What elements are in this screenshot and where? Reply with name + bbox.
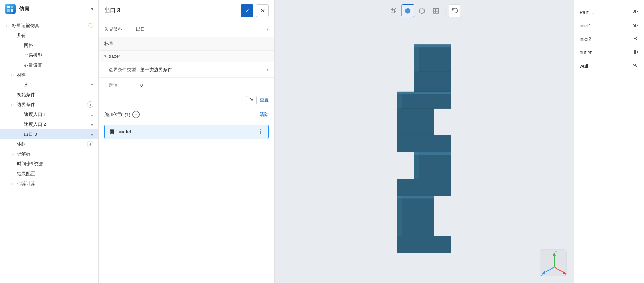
sidebar-item-timestep[interactable]: 时间步&资源	[0, 159, 98, 169]
visibility-icon-inlet1[interactable]: 👁	[633, 23, 638, 29]
right-item-inlet2: inlet2 👁	[574, 32, 644, 46]
sidebar-item-label: 标量设置	[24, 62, 93, 68]
expander-icon[interactable]: □	[10, 181, 16, 186]
location-item[interactable]: 面：outlet 🗑	[104, 125, 269, 139]
view-wire-button[interactable]	[416, 4, 428, 17]
location-section-header: 施加位置 (1) ＋ 清除	[99, 107, 274, 122]
boundary-type-label: 边界类型	[104, 26, 136, 32]
fx-button[interactable]: fx	[246, 96, 257, 104]
svg-rect-20	[397, 179, 451, 196]
sidebar-item-label: 材料	[17, 72, 93, 78]
expander-icon[interactable]: □	[10, 102, 16, 107]
expander-icon	[10, 141, 16, 147]
tracer-subsection-header[interactable]: ▾ tracer	[99, 51, 274, 62]
svg-rect-1	[11, 6, 13, 8]
sidebar-item-geometry[interactable]: ＋ 几何	[0, 31, 98, 41]
svg-rect-23	[414, 44, 419, 71]
svg-rect-14	[414, 44, 451, 71]
sidebar-collapse-arrow[interactable]: ▾	[91, 6, 93, 12]
sidebar-item-mesh[interactable]: 网格	[0, 41, 98, 50]
sidebar-item-scalar-settings[interactable]: 标量设置	[0, 60, 98, 70]
menu-icon[interactable]: ≡	[91, 82, 93, 88]
expander-icon	[10, 161, 16, 167]
svg-rect-11	[436, 9, 438, 11]
add-body-icon[interactable]: ＋	[87, 141, 93, 147]
sidebar-item-label: 速度入口 2	[24, 121, 89, 128]
panel-title: 出口 3	[104, 7, 120, 14]
sidebar-item-scalar-sim[interactable]: □ 标量运输仿真 ⓘ	[0, 21, 98, 31]
cancel-button[interactable]: ✕	[256, 4, 269, 17]
menu-icon[interactable]: ≡	[91, 122, 93, 127]
sidebar-item-body-group[interactable]: 体组 ＋	[0, 139, 98, 149]
sidebar-item-post-calc[interactable]: □ 估算计算	[0, 179, 98, 189]
panel-body: 边界类型 出口 ▾ 标量 ▾ tracer 边界条件类型	[99, 21, 274, 139]
menu-icon[interactable]: ≡	[91, 112, 93, 117]
svg-rect-10	[433, 9, 435, 11]
right-item-inlet1: inlet1 👁	[574, 19, 644, 32]
expander-icon[interactable]: ＋	[10, 171, 16, 177]
boundary-type-dropdown-arrow[interactable]: ▾	[267, 27, 269, 32]
boundary-type-value: 出口	[136, 26, 267, 32]
right-item-label: wall	[580, 63, 588, 69]
viewport: Y X Z	[275, 0, 574, 283]
expander-icon	[17, 122, 23, 127]
fixed-value-row: 定值 0	[99, 78, 274, 93]
view-cube-button[interactable]	[388, 4, 400, 17]
sidebar-item-global-model[interactable]: 全局模型	[0, 50, 98, 60]
sidebar-item-result-config[interactable]: ＋ 结果配置	[0, 169, 98, 179]
svg-text:X: X	[565, 273, 567, 277]
expander-icon	[17, 82, 23, 88]
sidebar-item-velocity-inlet1[interactable]: 速度入口 1 ≡	[0, 110, 98, 119]
panel-header: 出口 3 ✓ ✕	[99, 0, 274, 21]
menu-icon[interactable]: ≡	[91, 132, 93, 137]
sidebar-item-outlet3[interactable]: 出口 3 ≡	[0, 129, 98, 139]
svg-rect-22	[397, 236, 451, 253]
visibility-icon-part1[interactable]: 👁	[633, 9, 638, 16]
main-content: 出口 3 ✓ ✕ 边界类型 出口 ▾ 标量	[99, 0, 644, 283]
visibility-icon-wall[interactable]: 👁	[633, 63, 638, 69]
svg-rect-28	[397, 92, 451, 94]
expander-icon[interactable]: □	[10, 72, 16, 78]
expander-icon[interactable]: ＋	[10, 33, 16, 38]
svg-text:Z: Z	[541, 273, 543, 277]
sidebar-item-solver[interactable]: ＋ 求解器	[0, 149, 98, 159]
expander-icon[interactable]: □	[5, 23, 11, 29]
right-item-label: outlet	[580, 50, 592, 55]
boundary-cond-type-value: 第一类边界条件	[140, 67, 267, 73]
reset-button[interactable]: 重置	[260, 97, 269, 103]
add-location-button[interactable]: ＋	[132, 111, 140, 118]
panel-actions: ✓ ✕	[241, 4, 269, 17]
view-face-button[interactable]	[430, 4, 442, 17]
chevron-down-icon: ▾	[104, 54, 106, 59]
sidebar-item-water1[interactable]: 水 1 ≡	[0, 80, 98, 90]
sidebar-item-boundary-conditions[interactable]: □ 边界条件 ＋	[0, 100, 98, 110]
boundary-cond-type-label: 边界条件类型	[109, 67, 140, 73]
sidebar-item-init-conditions[interactable]: 初始条件	[0, 90, 98, 100]
view-solid-button[interactable]	[402, 4, 414, 17]
clear-button[interactable]: 清除	[260, 111, 269, 118]
confirm-button[interactable]: ✓	[241, 4, 253, 17]
boundary-cond-dropdown-arrow[interactable]: ▾	[267, 67, 269, 72]
tracer-subsection: ▾ tracer 边界条件类型 第一类边界条件 ▾ 定值 0	[99, 51, 274, 107]
svg-rect-0	[7, 6, 10, 8]
app-logo	[5, 4, 16, 14]
expander-icon[interactable]: ＋	[10, 151, 16, 157]
coordinate-axes: Y X Z	[538, 248, 566, 276]
expander-icon	[17, 112, 23, 117]
sidebar-item-label: 结果配置	[17, 171, 93, 177]
svg-marker-9	[419, 8, 425, 14]
svg-rect-26	[397, 196, 402, 236]
sidebar-item-label: 估算计算	[17, 180, 93, 187]
location-label: 施加位置	[104, 111, 123, 118]
visibility-icon-outlet[interactable]: 👁	[633, 49, 638, 56]
undo-button[interactable]	[448, 4, 461, 17]
sidebar-item-velocity-inlet2[interactable]: 速度入口 2 ≡	[0, 119, 98, 129]
sidebar-item-material[interactable]: □ 材料	[0, 70, 98, 80]
add-boundary-icon[interactable]: ＋	[87, 101, 93, 108]
tracer-label: tracer	[109, 54, 120, 59]
toolbar-separator	[445, 6, 446, 16]
scalar-section-label: 标量	[104, 41, 113, 46]
delete-location-button[interactable]: 🗑	[258, 129, 264, 135]
app-title: 仿真	[19, 6, 87, 12]
visibility-icon-inlet2[interactable]: 👁	[633, 36, 638, 42]
